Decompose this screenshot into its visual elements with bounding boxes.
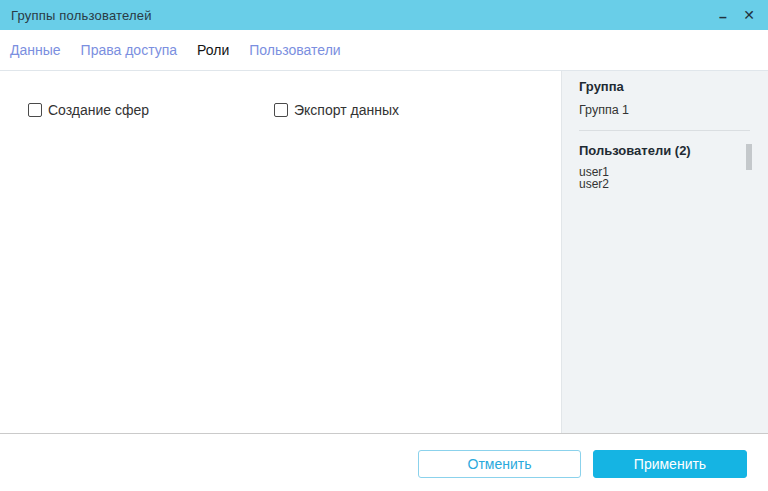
cancel-button[interactable]: Отменить <box>418 450 581 478</box>
list-item: user2 <box>579 178 750 190</box>
checkbox-create-spheres[interactable]: Создание сфер <box>28 102 149 118</box>
apply-button[interactable]: Применить <box>593 450 747 478</box>
group-header: Группа <box>579 79 750 94</box>
tab-data[interactable]: Данные <box>10 42 71 58</box>
window-controls: – ✕ <box>712 0 760 30</box>
footer: Отменить Применить <box>0 434 768 491</box>
users-header: Пользователи (2) <box>579 143 750 158</box>
checkbox-box-icon[interactable] <box>28 103 42 117</box>
tab-bar: Данные Права доступа Роли Пользователи <box>0 30 768 70</box>
roles-content: Создание сфер Экспорт данных <box>0 71 561 433</box>
close-icon[interactable]: ✕ <box>738 3 760 27</box>
user-list[interactable]: user1 user2 <box>579 166 750 190</box>
scrollbar-thumb[interactable] <box>746 144 752 170</box>
minimize-icon[interactable]: – <box>712 3 734 27</box>
group-info-panel: Группа Группа 1 Пользователи (2) user1 u… <box>561 71 768 433</box>
checkbox-label: Экспорт данных <box>294 102 399 118</box>
panel-divider <box>579 130 750 131</box>
titlebar: Группы пользователей – ✕ <box>0 0 768 30</box>
tab-roles[interactable]: Роли <box>187 42 239 58</box>
checkbox-box-icon[interactable] <box>274 103 288 117</box>
checkbox-export-data[interactable]: Экспорт данных <box>274 102 399 118</box>
checkbox-label: Создание сфер <box>48 102 149 118</box>
group-name: Группа 1 <box>579 103 750 117</box>
tab-users[interactable]: Пользователи <box>239 42 350 58</box>
tab-access-rights[interactable]: Права доступа <box>71 42 187 58</box>
window-title: Группы пользователей <box>11 8 152 23</box>
